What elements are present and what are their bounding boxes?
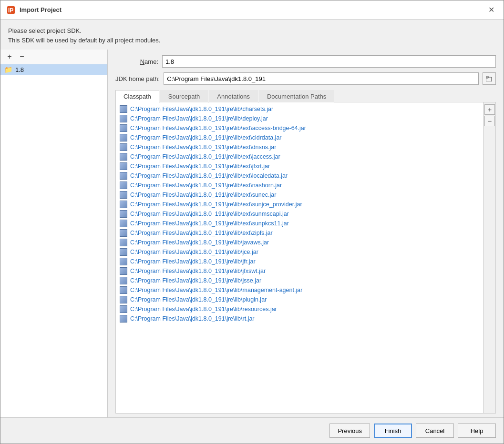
jar-icon (120, 162, 127, 170)
name-input[interactable] (162, 55, 496, 68)
file-path: C:\Program Files\Java\jdk1.8.0_191\jre\l… (130, 239, 269, 246)
list-item: C:\Program Files\Java\jdk1.8.0_191\jre\l… (116, 181, 483, 190)
name-field-row: Name: (115, 55, 496, 68)
sdk-tree: 📁 1.8 (0, 64, 107, 417)
tab-content-classpath: C:\Program Files\Java\jdk1.8.0_191\jre\l… (115, 102, 496, 414)
jdk-label: JDK home path: (115, 75, 160, 82)
tab-sourcepath[interactable]: Sourcepath (160, 90, 208, 102)
file-path: C:\Program Files\Java\jdk1.8.0_191\jre\l… (130, 153, 280, 160)
file-path: C:\Program Files\Java\jdk1.8.0_191\jre\l… (130, 220, 289, 227)
dialog-window: IP Import Project ✕ Please select projec… (0, 0, 504, 444)
description-line2: This SDK will be used by default by all … (8, 36, 496, 45)
file-path: C:\Program Files\Java\jdk1.8.0_191\jre\l… (130, 201, 302, 208)
app-icon: IP (6, 5, 16, 15)
jar-icon (120, 115, 127, 122)
list-item: C:\Program Files\Java\jdk1.8.0_191\jre\l… (116, 133, 483, 142)
jar-icon (120, 210, 127, 218)
list-item: C:\Program Files\Java\jdk1.8.0_191\jre\l… (116, 161, 483, 171)
file-path: C:\Program Files\Java\jdk1.8.0_191\jre\l… (130, 115, 268, 122)
left-panel: + − 📁 1.8 (0, 50, 108, 417)
jar-icon (120, 277, 127, 284)
window-title: Import Project (20, 6, 62, 13)
svg-rect-2 (486, 77, 492, 81)
title-bar-left: IP Import Project (6, 5, 62, 15)
file-path: C:\Program Files\Java\jdk1.8.0_191\jre\l… (130, 182, 282, 189)
file-path: C:\Program Files\Java\jdk1.8.0_191\jre\l… (130, 277, 261, 284)
file-path: C:\Program Files\Java\jdk1.8.0_191\jre\l… (130, 172, 288, 179)
browse-button[interactable] (483, 72, 496, 85)
remove-sdk-button[interactable]: − (17, 51, 27, 62)
jar-icon (120, 153, 127, 161)
file-path: C:\Program Files\Java\jdk1.8.0_191\jre\l… (130, 315, 255, 322)
list-item: C:\Program Files\Java\jdk1.8.0_191\jre\l… (116, 266, 483, 276)
svg-text:IP: IP (8, 7, 13, 14)
sdk-item-label: 1.8 (15, 66, 24, 73)
footer: Previous Finish Cancel Help (0, 417, 504, 444)
description-line1: Please select project SDK. (8, 26, 496, 36)
jar-icon (120, 286, 127, 294)
description-area: Please select project SDK. This SDK will… (0, 20, 504, 50)
list-item: C:\Program Files\Java\jdk1.8.0_191\jre\l… (116, 142, 483, 152)
list-item: C:\Program Files\Java\jdk1.8.0_191\jre\l… (116, 247, 483, 257)
list-item: C:\Program Files\Java\jdk1.8.0_191\jre\l… (116, 276, 483, 285)
add-file-button[interactable]: + (484, 104, 495, 115)
main-content: + − 📁 1.8 Name: JDK home path: (0, 50, 504, 417)
file-list: C:\Program Files\Java\jdk1.8.0_191\jre\l… (116, 102, 483, 413)
tabs-container: Classpath Sourcepath Annotations Documen… (115, 90, 496, 102)
list-item: C:\Program Files\Java\jdk1.8.0_191\jre\l… (116, 228, 483, 238)
jar-icon (120, 296, 127, 303)
finish-button[interactable]: Finish (374, 424, 412, 438)
folder-icon: 📁 (4, 66, 12, 73)
jar-icon (120, 258, 127, 265)
list-item: C:\Program Files\Java\jdk1.8.0_191\jre\l… (116, 304, 483, 314)
list-item: C:\Program Files\Java\jdk1.8.0_191\jre\l… (116, 314, 483, 323)
list-item: C:\Program Files\Java\jdk1.8.0_191\jre\l… (116, 209, 483, 219)
jar-icon (120, 248, 127, 256)
jar-icon (120, 182, 127, 189)
jar-icon (120, 172, 127, 180)
close-button[interactable]: ✕ (484, 3, 498, 17)
tab-annotations[interactable]: Annotations (209, 90, 258, 102)
sdk-item-1.8[interactable]: 📁 1.8 (0, 64, 107, 75)
file-path: C:\Program Files\Java\jdk1.8.0_191\jre\l… (130, 192, 276, 198)
tab-documentation[interactable]: Documentation Paths (259, 90, 334, 102)
jdk-path-input[interactable] (164, 72, 479, 85)
file-path: C:\Program Files\Java\jdk1.8.0_191\jre\l… (130, 230, 273, 236)
list-item: C:\Program Files\Java\jdk1.8.0_191\jre\l… (116, 238, 483, 247)
jar-icon (120, 239, 127, 246)
file-path: C:\Program Files\Java\jdk1.8.0_191\jre\l… (130, 134, 282, 141)
list-item: C:\Program Files\Java\jdk1.8.0_191\jre\l… (116, 285, 483, 295)
file-path: C:\Program Files\Java\jdk1.8.0_191\jre\l… (130, 296, 267, 303)
jar-icon (120, 105, 127, 113)
jar-icon (120, 134, 127, 141)
file-path: C:\Program Files\Java\jdk1.8.0_191\jre\l… (130, 211, 289, 217)
list-item: C:\Program Files\Java\jdk1.8.0_191\jre\l… (116, 171, 483, 181)
jar-icon (120, 305, 127, 313)
jar-icon (120, 229, 127, 237)
file-path: C:\Program Files\Java\jdk1.8.0_191\jre\l… (130, 106, 273, 112)
remove-file-button[interactable]: − (484, 116, 495, 126)
file-path: C:\Program Files\Java\jdk1.8.0_191\jre\l… (130, 125, 306, 131)
cancel-button[interactable]: Cancel (416, 424, 454, 438)
previous-button[interactable]: Previous (329, 424, 370, 438)
list-item: C:\Program Files\Java\jdk1.8.0_191\jre\l… (116, 114, 483, 123)
jar-icon (120, 124, 127, 132)
file-path: C:\Program Files\Java\jdk1.8.0_191\jre\l… (130, 163, 270, 170)
list-item: C:\Program Files\Java\jdk1.8.0_191\jre\l… (116, 152, 483, 161)
tab-classpath[interactable]: Classpath (115, 90, 159, 102)
file-path: C:\Program Files\Java\jdk1.8.0_191\jre\l… (130, 249, 258, 255)
list-item: C:\Program Files\Java\jdk1.8.0_191\jre\l… (116, 200, 483, 209)
add-sdk-button[interactable]: + (4, 51, 15, 62)
file-path: C:\Program Files\Java\jdk1.8.0_191\jre\l… (130, 268, 266, 274)
list-item: C:\Program Files\Java\jdk1.8.0_191\jre\l… (116, 123, 483, 133)
help-button[interactable]: Help (458, 424, 496, 438)
file-path: C:\Program Files\Java\jdk1.8.0_191\jre\l… (130, 258, 256, 265)
file-path: C:\Program Files\Java\jdk1.8.0_191\jre\l… (130, 306, 277, 313)
jar-icon (120, 267, 127, 275)
jar-icon (120, 143, 127, 151)
jdk-path-field-row: JDK home path: (115, 72, 496, 85)
jar-icon (120, 315, 127, 323)
list-item: C:\Program Files\Java\jdk1.8.0_191\jre\l… (116, 295, 483, 304)
name-label: Name: (115, 58, 158, 65)
left-panel-toolbar: + − (0, 50, 107, 64)
